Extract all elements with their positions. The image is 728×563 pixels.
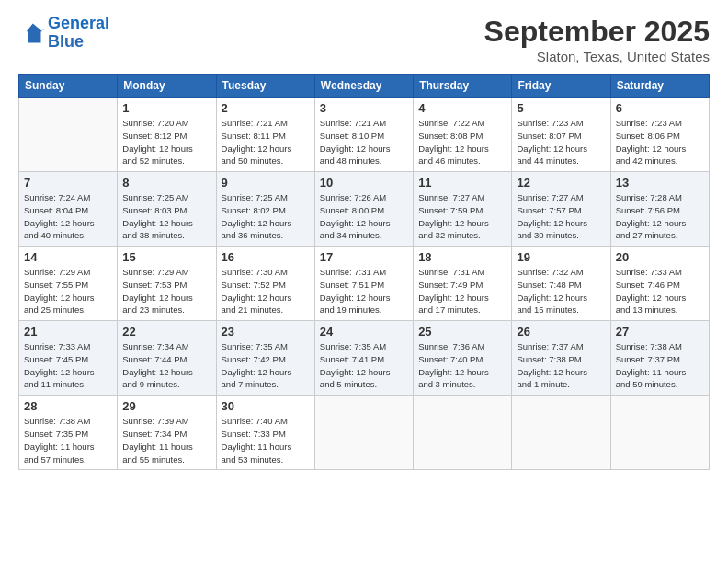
calendar-cell: 15Sunrise: 7:29 AM Sunset: 7:53 PM Dayli…: [118, 247, 216, 321]
day-number: 26: [517, 325, 605, 339]
day-number: 22: [122, 325, 210, 339]
page: General Blue September 2025 Slaton, Texa…: [0, 0, 728, 563]
day-number: 14: [24, 250, 112, 264]
day-info: Sunrise: 7:24 AM Sunset: 8:04 PM Dayligh…: [24, 191, 112, 242]
calendar-cell: 16Sunrise: 7:30 AM Sunset: 7:52 PM Dayli…: [216, 247, 314, 321]
day-info: Sunrise: 7:31 AM Sunset: 7:51 PM Dayligh…: [320, 266, 408, 316]
calendar-cell: 4Sunrise: 7:22 AM Sunset: 8:08 PM Daylig…: [414, 98, 512, 172]
day-info: Sunrise: 7:22 AM Sunset: 8:08 PM Dayligh…: [418, 117, 506, 167]
calendar-cell: [414, 396, 512, 470]
day-number: 4: [418, 101, 506, 115]
day-info: Sunrise: 7:31 AM Sunset: 7:49 PM Dayligh…: [418, 266, 506, 316]
calendar-cell: 9Sunrise: 7:25 AM Sunset: 8:02 PM Daylig…: [216, 172, 314, 247]
day-info: Sunrise: 7:39 AM Sunset: 7:34 PM Dayligh…: [122, 415, 210, 465]
day-number: 27: [616, 325, 704, 339]
day-info: Sunrise: 7:40 AM Sunset: 7:33 PM Dayligh…: [222, 415, 310, 465]
day-info: Sunrise: 7:20 AM Sunset: 8:12 PM Dayligh…: [122, 117, 210, 167]
calendar-cell: 18Sunrise: 7:31 AM Sunset: 7:49 PM Dayli…: [414, 247, 512, 321]
day-number: 16: [222, 250, 310, 264]
day-number: 15: [122, 250, 210, 264]
day-info: Sunrise: 7:25 AM Sunset: 8:02 PM Dayligh…: [222, 191, 310, 242]
day-info: Sunrise: 7:33 AM Sunset: 7:45 PM Dayligh…: [24, 340, 112, 391]
calendar-cell: 11Sunrise: 7:27 AM Sunset: 7:59 PM Dayli…: [414, 172, 512, 247]
calendar-cell: 27Sunrise: 7:38 AM Sunset: 7:37 PM Dayli…: [610, 321, 709, 396]
day-number: 2: [222, 101, 310, 115]
day-info: Sunrise: 7:21 AM Sunset: 8:11 PM Dayligh…: [222, 117, 310, 167]
day-number: 28: [24, 399, 112, 413]
day-number: 20: [616, 250, 704, 264]
day-info: Sunrise: 7:21 AM Sunset: 8:10 PM Dayligh…: [320, 117, 408, 167]
calendar-cell: 5Sunrise: 7:23 AM Sunset: 8:07 PM Daylig…: [512, 98, 610, 172]
day-number: 9: [222, 176, 310, 190]
calendar-header-row: Sunday Monday Tuesday Wednesday Thursday…: [19, 75, 710, 98]
location: Slaton, Texas, United States: [484, 49, 710, 64]
day-number: 30: [222, 399, 310, 413]
day-number: 5: [517, 101, 605, 115]
day-info: Sunrise: 7:34 AM Sunset: 7:44 PM Dayligh…: [122, 340, 210, 391]
day-number: 18: [418, 250, 506, 264]
day-number: 24: [320, 325, 408, 339]
calendar-cell: [512, 396, 610, 470]
calendar-cell: 24Sunrise: 7:35 AM Sunset: 7:41 PM Dayli…: [314, 321, 413, 396]
day-info: Sunrise: 7:27 AM Sunset: 7:57 PM Dayligh…: [517, 191, 605, 242]
calendar-cell: 26Sunrise: 7:37 AM Sunset: 7:38 PM Dayli…: [512, 321, 610, 396]
week-row-2: 14Sunrise: 7:29 AM Sunset: 7:55 PM Dayli…: [19, 247, 710, 321]
day-info: Sunrise: 7:30 AM Sunset: 7:52 PM Dayligh…: [222, 266, 310, 316]
day-number: 7: [24, 176, 112, 190]
day-info: Sunrise: 7:38 AM Sunset: 7:37 PM Dayligh…: [616, 340, 704, 391]
calendar-cell: 30Sunrise: 7:40 AM Sunset: 7:33 PM Dayli…: [216, 396, 314, 470]
day-info: Sunrise: 7:23 AM Sunset: 8:06 PM Dayligh…: [616, 117, 704, 167]
day-number: 13: [616, 176, 704, 190]
week-row-3: 21Sunrise: 7:33 AM Sunset: 7:45 PM Dayli…: [19, 321, 710, 396]
calendar-cell: 3Sunrise: 7:21 AM Sunset: 8:10 PM Daylig…: [314, 98, 413, 172]
day-number: 11: [418, 176, 506, 190]
header-monday: Monday: [118, 75, 216, 98]
day-info: Sunrise: 7:32 AM Sunset: 7:48 PM Dayligh…: [517, 266, 605, 316]
calendar-cell: 17Sunrise: 7:31 AM Sunset: 7:51 PM Dayli…: [314, 247, 413, 321]
day-info: Sunrise: 7:23 AM Sunset: 8:07 PM Dayligh…: [517, 117, 605, 167]
day-info: Sunrise: 7:29 AM Sunset: 7:53 PM Dayligh…: [122, 266, 210, 316]
calendar-cell: 10Sunrise: 7:26 AM Sunset: 8:00 PM Dayli…: [314, 172, 413, 247]
day-number: 10: [320, 176, 408, 190]
header-tuesday: Tuesday: [216, 75, 314, 98]
day-number: 12: [517, 176, 605, 190]
calendar-cell: 22Sunrise: 7:34 AM Sunset: 7:44 PM Dayli…: [118, 321, 216, 396]
calendar-cell: 8Sunrise: 7:25 AM Sunset: 8:03 PM Daylig…: [118, 172, 216, 247]
header-wednesday: Wednesday: [314, 75, 413, 98]
day-info: Sunrise: 7:38 AM Sunset: 7:35 PM Dayligh…: [24, 415, 112, 465]
calendar-cell: 29Sunrise: 7:39 AM Sunset: 7:34 PM Dayli…: [118, 396, 216, 470]
logo: General Blue: [18, 15, 109, 52]
calendar-cell: 14Sunrise: 7:29 AM Sunset: 7:55 PM Dayli…: [19, 247, 118, 321]
calendar-cell: 13Sunrise: 7:28 AM Sunset: 7:56 PM Dayli…: [610, 172, 709, 247]
day-number: 21: [24, 325, 112, 339]
day-info: Sunrise: 7:33 AM Sunset: 7:46 PM Dayligh…: [616, 266, 704, 316]
calendar-cell: [610, 396, 709, 470]
day-number: 25: [418, 325, 506, 339]
calendar-cell: [314, 396, 413, 470]
calendar-cell: 19Sunrise: 7:32 AM Sunset: 7:48 PM Dayli…: [512, 247, 610, 321]
day-number: 19: [517, 250, 605, 264]
calendar-cell: 12Sunrise: 7:27 AM Sunset: 7:57 PM Dayli…: [512, 172, 610, 247]
day-info: Sunrise: 7:25 AM Sunset: 8:03 PM Dayligh…: [122, 191, 210, 242]
week-row-1: 7Sunrise: 7:24 AM Sunset: 8:04 PM Daylig…: [19, 172, 710, 247]
title-block: September 2025 Slaton, Texas, United Sta…: [484, 15, 710, 64]
calendar-cell: 7Sunrise: 7:24 AM Sunset: 8:04 PM Daylig…: [19, 172, 118, 247]
logo-icon: [18, 20, 44, 46]
header-sunday: Sunday: [19, 75, 118, 98]
day-info: Sunrise: 7:26 AM Sunset: 8:00 PM Dayligh…: [320, 191, 408, 242]
calendar-cell: [19, 98, 118, 172]
calendar-cell: 1Sunrise: 7:20 AM Sunset: 8:12 PM Daylig…: [118, 98, 216, 172]
day-number: 8: [122, 176, 210, 190]
day-number: 23: [222, 325, 310, 339]
calendar: Sunday Monday Tuesday Wednesday Thursday…: [18, 74, 710, 470]
logo-text: General Blue: [48, 15, 109, 52]
calendar-cell: 28Sunrise: 7:38 AM Sunset: 7:35 PM Dayli…: [19, 396, 118, 470]
header-thursday: Thursday: [414, 75, 512, 98]
week-row-0: 1Sunrise: 7:20 AM Sunset: 8:12 PM Daylig…: [19, 98, 710, 172]
header: General Blue September 2025 Slaton, Texa…: [18, 15, 710, 64]
calendar-cell: 2Sunrise: 7:21 AM Sunset: 8:11 PM Daylig…: [216, 98, 314, 172]
calendar-cell: 21Sunrise: 7:33 AM Sunset: 7:45 PM Dayli…: [19, 321, 118, 396]
calendar-cell: 20Sunrise: 7:33 AM Sunset: 7:46 PM Dayli…: [610, 247, 709, 321]
day-info: Sunrise: 7:35 AM Sunset: 7:41 PM Dayligh…: [320, 340, 408, 391]
day-info: Sunrise: 7:35 AM Sunset: 7:42 PM Dayligh…: [222, 340, 310, 391]
